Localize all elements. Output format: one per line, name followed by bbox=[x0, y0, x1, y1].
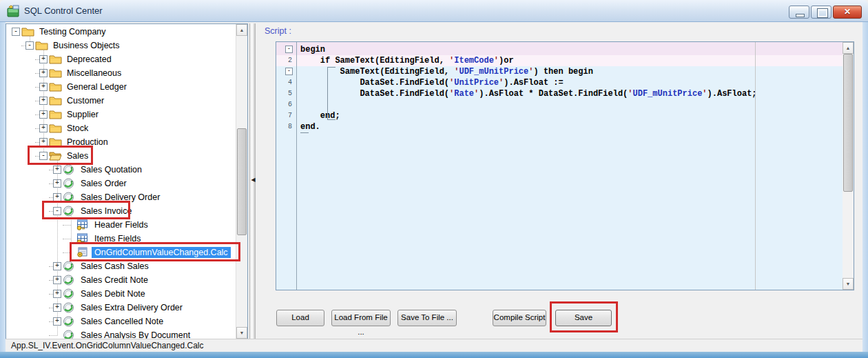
expand-toggle-icon[interactable]: + bbox=[39, 69, 48, 77]
status-text: App.SL_IV.Event.OnGridColumnValueChanged… bbox=[11, 341, 204, 350]
tree-item-testing-company[interactable]: -Testing Company bbox=[6, 25, 236, 39]
collapse-toggle-icon[interactable]: - bbox=[39, 152, 48, 160]
expand-toggle-icon[interactable]: + bbox=[39, 55, 48, 63]
tree-item-sales-delivery-order[interactable]: +Sales Delivery Order bbox=[6, 190, 236, 204]
collapse-chevron-icon[interactable]: ◀ bbox=[250, 177, 256, 183]
tree-item-label[interactable]: Sales Credit Note bbox=[78, 275, 151, 286]
tree-item-sales-credit-note[interactable]: +Sales Credit Note bbox=[6, 273, 236, 287]
tree-item-sales-invoice[interactable]: -Sales Invoice bbox=[6, 204, 236, 218]
expand-toggle-icon[interactable]: + bbox=[53, 276, 61, 284]
expand-toggle-icon[interactable]: + bbox=[53, 304, 61, 312]
tree-item-label[interactable]: Sales Extra Delivery Order bbox=[78, 302, 185, 313]
tree-item-label[interactable]: Sales Invoice bbox=[78, 206, 134, 217]
tree-item-label[interactable]: Sales Order bbox=[78, 178, 130, 189]
code-line[interactable]: - SameText(EditingField, 'UDF_mUnitPrice… bbox=[276, 66, 843, 77]
tree-item-label[interactable]: Sales bbox=[64, 150, 91, 161]
tree-item-label[interactable]: Sales Cash Sales bbox=[78, 261, 152, 272]
expand-toggle-icon[interactable]: + bbox=[53, 179, 61, 188]
tree-item-label[interactable]: Supplier bbox=[64, 109, 101, 120]
tree-item-sales-cash-sales[interactable]: +Sales Cash Sales bbox=[6, 259, 236, 273]
tree-item-label[interactable]: Sales Delivery Order bbox=[78, 192, 163, 203]
expand-toggle-icon[interactable]: + bbox=[53, 193, 61, 201]
tree-item-label[interactable]: OnGridColumnValueChanged.Calc bbox=[92, 247, 231, 258]
expand-toggle-icon[interactable]: + bbox=[39, 138, 48, 146]
tree-item-label[interactable]: Business Objects bbox=[50, 40, 123, 51]
code-line[interactable]: -begin bbox=[276, 44, 843, 55]
scroll-up-icon[interactable]: ▲ bbox=[843, 42, 854, 54]
tree-item-sales-quotation[interactable]: +Sales Quotation bbox=[6, 163, 236, 177]
tree-item-deprecated[interactable]: +Deprecated bbox=[6, 52, 236, 66]
panel-splitter[interactable]: ◀ bbox=[249, 23, 256, 339]
code-line[interactable]: 2 if SameText(EditingField, 'ItemCode')o… bbox=[276, 55, 843, 66]
tree-item-label[interactable]: Header Fields bbox=[92, 219, 151, 230]
window-frame-bottom bbox=[0, 352, 868, 358]
tree-item-label[interactable]: Production bbox=[64, 137, 111, 148]
title-bar[interactable]: SQL Control Center ✕ bbox=[0, 0, 868, 22]
load-from-file-button[interactable]: Load From File ... bbox=[331, 310, 391, 326]
tree-item-sales[interactable]: -Sales bbox=[6, 149, 236, 163]
code-line[interactable]: 8end. bbox=[276, 121, 843, 132]
tree-item-label[interactable]: Testing Company bbox=[37, 26, 109, 37]
tree-item-label[interactable]: Customer bbox=[64, 95, 107, 106]
tree-item-supplier[interactable]: +Supplier bbox=[6, 108, 236, 121]
maximize-button[interactable] bbox=[811, 6, 831, 19]
tree-item-sales-extra-delivery-order[interactable]: +Sales Extra Delivery Order bbox=[6, 301, 236, 315]
save-button[interactable]: Save bbox=[555, 310, 612, 326]
tree-item-label[interactable]: Sales Cancelled Note bbox=[78, 316, 166, 327]
tree-item-label[interactable]: Sales Analysis By Document bbox=[78, 330, 193, 339]
tree-scrollbar[interactable]: ▲ ▼ bbox=[236, 24, 247, 339]
tree-scroll-thumb[interactable] bbox=[237, 128, 247, 235]
tree-item-business-objects[interactable]: -Business Objects bbox=[6, 39, 236, 52]
scroll-down-icon[interactable]: ▼ bbox=[236, 327, 247, 339]
expand-toggle-icon[interactable]: + bbox=[53, 290, 61, 298]
fold-collapse-icon[interactable]: - bbox=[285, 68, 293, 75]
tree-item-label[interactable]: General Ledger bbox=[64, 81, 130, 92]
tree-item-label[interactable]: Items Fields bbox=[92, 233, 143, 244]
editor-scroll-thumb[interactable] bbox=[843, 54, 853, 192]
scroll-up-icon[interactable]: ▲ bbox=[236, 24, 247, 36]
tree-item-production[interactable]: +Production bbox=[6, 135, 236, 149]
tree-item-header-fields[interactable]: Header Fields bbox=[6, 218, 236, 232]
compile-script-button[interactable]: Compile Script bbox=[493, 310, 546, 326]
collapse-toggle-icon[interactable]: - bbox=[53, 207, 61, 215]
folder-icon bbox=[49, 123, 62, 134]
minimize-button[interactable] bbox=[789, 6, 809, 19]
sql-control-center-window: SQL Control Center ✕ -Testing Company-Bu… bbox=[0, 0, 868, 358]
expand-toggle-icon[interactable]: + bbox=[39, 124, 48, 132]
tree-item-label[interactable]: Deprecated bbox=[64, 54, 114, 65]
script-editor[interactable]: -begin2 if SameText(EditingField, 'ItemC… bbox=[276, 41, 854, 290]
expand-toggle-icon[interactable]: + bbox=[53, 262, 61, 270]
expand-toggle-icon[interactable]: + bbox=[39, 83, 48, 91]
collapse-toggle-icon[interactable]: - bbox=[12, 28, 20, 36]
save-to-file-button[interactable]: Save To File ... bbox=[397, 310, 457, 326]
tree-item-sales-cancelled-note[interactable]: +Sales Cancelled Note bbox=[6, 315, 236, 328]
tree-item-label[interactable]: Sales Debit Note bbox=[78, 288, 148, 299]
expand-toggle-icon[interactable]: + bbox=[39, 110, 48, 119]
folder-icon bbox=[49, 109, 62, 120]
expand-toggle-icon[interactable]: + bbox=[53, 166, 61, 174]
tree-item-label[interactable]: Sales Quotation bbox=[78, 164, 145, 175]
code-line[interactable]: 6 bbox=[276, 99, 843, 110]
code-line[interactable]: 4 DataSet.FindField('UnitPrice').AsFloat… bbox=[276, 77, 843, 88]
code-line[interactable]: 7 end; bbox=[276, 110, 843, 121]
tree-item-sales-order[interactable]: +Sales Order bbox=[6, 177, 236, 190]
tree-item-sales-debit-note[interactable]: +Sales Debit Note bbox=[6, 287, 236, 301]
collapse-toggle-icon[interactable]: - bbox=[25, 41, 34, 50]
close-button[interactable]: ✕ bbox=[833, 6, 862, 19]
fold-collapse-icon[interactable]: - bbox=[285, 46, 293, 53]
tree-item-label[interactable]: Stock bbox=[64, 123, 91, 134]
tree-item-label[interactable]: Miscellaneous bbox=[64, 68, 124, 79]
expand-toggle-icon[interactable]: + bbox=[53, 317, 61, 326]
tree-item-sales-analysis-by-document[interactable]: Sales Analysis By Document bbox=[6, 328, 236, 339]
scroll-down-icon[interactable]: ▼ bbox=[843, 278, 854, 290]
tree-item-ongridcolumnvaluechanged-calc[interactable]: OnGridColumnValueChanged.Calc bbox=[6, 246, 236, 259]
editor-scrollbar[interactable]: ▲ ▼ bbox=[843, 42, 854, 290]
tree-item-items-fields[interactable]: Items Fields bbox=[6, 232, 236, 246]
tree-item-customer[interactable]: +Customer bbox=[6, 94, 236, 108]
code-line[interactable]: 5 DataSet.FindField('Rate').AsFloat * Da… bbox=[276, 88, 843, 99]
tree-item-general-ledger[interactable]: +General Ledger bbox=[6, 80, 236, 94]
load-button[interactable]: Load bbox=[276, 310, 324, 326]
tree-item-stock[interactable]: +Stock bbox=[6, 121, 236, 135]
expand-toggle-icon[interactable]: + bbox=[39, 97, 48, 105]
tree-item-miscellaneous[interactable]: +Miscellaneous bbox=[6, 66, 236, 80]
